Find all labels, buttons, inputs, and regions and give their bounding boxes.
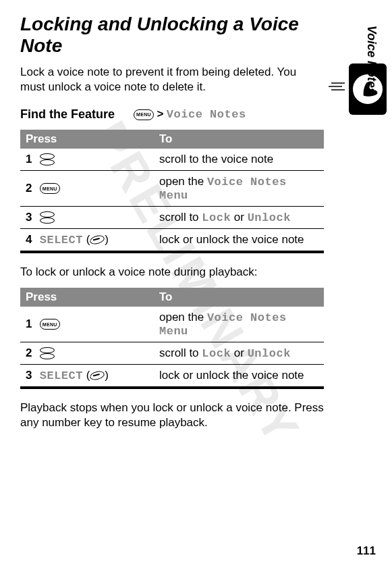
table-row: 2 MENU open the Voice Notes Menu	[20, 170, 324, 206]
step-number: 4	[26, 233, 36, 247]
table-row: 3 scroll to Lock or Unlock	[20, 206, 324, 228]
softkey-icon	[89, 370, 105, 382]
step-number: 1	[26, 317, 36, 331]
step-number: 3	[26, 211, 36, 224]
table-row: 3 SELECT () lock or unlock the voice not…	[20, 364, 324, 387]
table-header-press: Press	[20, 130, 154, 149]
scroll-key-icon	[40, 211, 55, 224]
step-description: open the Voice Notes Menu	[154, 170, 324, 206]
steps-table-1: Press To 1 scroll to the voice note 2 ME…	[20, 130, 324, 253]
select-label: SELECT	[40, 234, 83, 247]
step-number: 2	[26, 182, 36, 195]
find-feature-path: MENU > Voice Notes	[134, 107, 246, 121]
scroll-key-icon	[40, 347, 55, 359]
steps-table-2: Press To 1 MENU open the Voice Notes Men…	[20, 288, 324, 388]
table-row: 1 scroll to the voice note	[20, 149, 324, 171]
table-row: 2 scroll to Lock or Unlock	[20, 342, 324, 364]
page-number: 111	[357, 544, 376, 558]
scroll-key-icon	[40, 153, 55, 165]
step-description: lock or unlock the voice note	[154, 228, 324, 251]
step-description: scroll to the voice note	[154, 149, 324, 171]
table-row: 1 MENU open the Voice Notes Menu	[20, 307, 324, 342]
voice-notes-menu-text: Voice Notes	[167, 108, 246, 121]
menu-key-icon: MENU	[40, 319, 60, 330]
table-row: 4 SELECT () lock or unlock the voice not…	[20, 228, 324, 251]
menu-key-icon: MENU	[134, 109, 154, 120]
find-feature-row: Find the Feature MENU > Voice Notes	[20, 107, 324, 122]
select-label: SELECT	[40, 369, 83, 382]
find-feature-label: Find the Feature	[20, 107, 115, 122]
page-title: Locking and Unlocking a Voice Note	[20, 14, 324, 57]
outro-text: Playback stops when you lock or unlock a…	[20, 401, 331, 430]
step-description: scroll to Lock or Unlock	[154, 206, 324, 228]
intro-text: Lock a voice note to prevent it from bei…	[20, 65, 304, 95]
table-header-press: Press	[20, 288, 154, 307]
step-number: 2	[26, 346, 36, 360]
step-description: scroll to Lock or Unlock	[154, 342, 324, 364]
step-description: open the Voice Notes Menu	[154, 307, 324, 342]
step-number: 1	[26, 153, 36, 166]
side-section-label: Voice Notes	[364, 26, 379, 95]
table-header-to: To	[154, 288, 324, 307]
step-description: lock or unlock the voice note	[154, 364, 324, 387]
softkey-icon	[89, 234, 105, 245]
mid-text: To lock or unlock a voice note during pl…	[20, 265, 331, 280]
step-number: 3	[26, 369, 36, 382]
table-header-to: To	[154, 130, 324, 149]
breadcrumb-separator: >	[157, 107, 163, 120]
page-content: Locking and Unlocking a Voice Note Lock …	[0, 0, 351, 452]
menu-key-icon: MENU	[40, 183, 60, 194]
